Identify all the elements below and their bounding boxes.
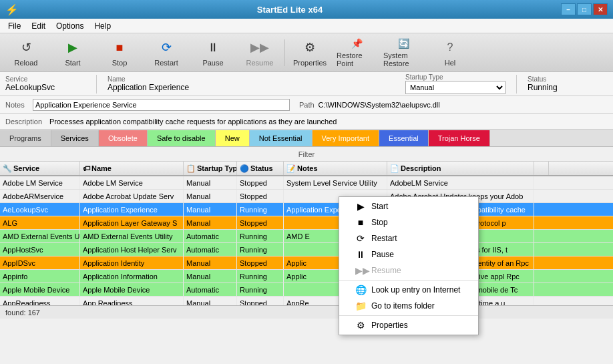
tab-safe[interactable]: Safe to disable bbox=[148, 130, 216, 146]
th-description[interactable]: 📄 Description bbox=[387, 162, 534, 175]
table-cell: Manual bbox=[184, 190, 237, 202]
ctx-start[interactable]: ▶ Start bbox=[339, 198, 478, 214]
restore-point-button[interactable]: 📌 Restore Point bbox=[333, 35, 380, 71]
app-icon: ⚡ bbox=[5, 3, 19, 16]
ctx-properties[interactable]: ⚙ Properties bbox=[339, 317, 478, 333]
menu-edit[interactable]: Edit bbox=[26, 20, 51, 32]
th-name[interactable]: 🏷 Name bbox=[80, 162, 184, 175]
tab-services[interactable]: Services bbox=[51, 130, 99, 146]
help-button[interactable]: ? Hel bbox=[427, 35, 473, 71]
service-col-icon: 🔧 bbox=[3, 164, 12, 173]
menu-help[interactable]: Help bbox=[89, 20, 116, 32]
ctx-lookup[interactable]: 🌐 Look up entry on Internet bbox=[339, 282, 478, 298]
th-extra bbox=[534, 162, 549, 175]
table-cell: Application Layer Gateway S bbox=[80, 216, 184, 229]
menu-file[interactable]: File bbox=[3, 20, 26, 32]
tab-programs[interactable]: Programs bbox=[0, 130, 51, 146]
table-cell: Stopped bbox=[237, 216, 284, 229]
table-cell: Manual bbox=[184, 216, 237, 229]
ctx-resume-icon: ▶▶ bbox=[355, 265, 366, 276]
notes-input[interactable] bbox=[33, 99, 290, 111]
table-cell: Manual bbox=[184, 256, 237, 269]
system-restore-button[interactable]: 🔄 System Restore bbox=[380, 35, 427, 71]
ctx-properties-label: Properties bbox=[371, 321, 408, 330]
ctx-resume[interactable]: ▶▶ Resume bbox=[339, 262, 478, 279]
table-row[interactable]: AdobeARMserviceAdobe Acrobat Update Serv… bbox=[0, 190, 613, 203]
th-startup[interactable]: 📋 Startup Type bbox=[184, 162, 237, 175]
table-cell: AppReadiness bbox=[0, 297, 80, 305]
menu-options[interactable]: Options bbox=[51, 20, 89, 32]
table-cell: Application Host Helper Serv bbox=[80, 243, 184, 256]
resume-button[interactable]: ▶▶ Resume bbox=[236, 35, 283, 71]
status-value: Running bbox=[528, 83, 608, 92]
restart-label: Restart bbox=[154, 59, 178, 67]
table-cell: AdobeLM Service bbox=[387, 176, 534, 189]
ctx-pause-label: Pause bbox=[371, 250, 394, 259]
tab-not-essential[interactable]: Not Essential bbox=[250, 130, 313, 146]
status-label: Status bbox=[528, 75, 608, 83]
filter-tabs: Programs Services Obsolete Safe to disab… bbox=[0, 130, 613, 147]
window-title: StartEd Lite x64 bbox=[19, 5, 561, 15]
table-cell: Adobe LM Service bbox=[0, 176, 80, 189]
tab-trojan[interactable]: Trojan Horse bbox=[429, 130, 490, 146]
table-cell: AeLookupSvc bbox=[0, 203, 80, 216]
maximize-button[interactable]: □ bbox=[577, 3, 592, 15]
service-info: Service AeLookupSvc bbox=[5, 75, 85, 92]
table-row[interactable]: Apple Mobile DeviceApple Mobile DeviceAu… bbox=[0, 283, 613, 297]
restart-button[interactable]: ⟳ Restart bbox=[143, 35, 190, 71]
ctx-lookup-label: Look up entry on Internet bbox=[371, 285, 460, 295]
properties-button[interactable]: ⚙ Properties bbox=[286, 35, 333, 71]
ctx-pause[interactable]: ⏸ Pause bbox=[339, 246, 478, 262]
table-row[interactable]: AeLookupSvcApplication ExperienceManualR… bbox=[0, 203, 613, 216]
table-row[interactable]: ALGApplication Layer Gateway SManualStop… bbox=[0, 216, 613, 230]
path-value: C:\WINDOWS\System32\aelupsvc.dll bbox=[319, 101, 440, 109]
ctx-pause-icon: ⏸ bbox=[355, 249, 366, 260]
startup-type-select[interactable]: Manual Automatic Disabled bbox=[405, 81, 505, 94]
ctx-properties-icon: ⚙ bbox=[355, 320, 366, 331]
tab-obsolete[interactable]: Obsolete bbox=[99, 130, 148, 146]
ctx-restart-icon: ⟳ bbox=[355, 233, 366, 244]
ctx-folder[interactable]: 📁 Go to items folder bbox=[339, 298, 478, 314]
pause-label: Pause bbox=[202, 59, 223, 67]
ctx-stop-label: Stop bbox=[371, 218, 388, 227]
ctx-restart[interactable]: ⟳ Restart bbox=[339, 230, 478, 246]
startup-col-icon: 📋 bbox=[186, 164, 196, 173]
pause-button[interactable]: ⏸ Pause bbox=[190, 35, 236, 71]
desc-col-label: Description bbox=[401, 164, 441, 172]
table-area: 🔧 Service 🏷 Name 📋 Startup Type 🔵 Status… bbox=[0, 162, 613, 305]
minimize-button[interactable]: – bbox=[561, 3, 576, 15]
stop-button[interactable]: ■ Stop bbox=[96, 35, 143, 71]
table-cell: Running bbox=[237, 230, 284, 242]
table-row[interactable]: AMD External Events UtiAMD External Even… bbox=[0, 230, 613, 243]
table-row[interactable]: AppHostSvcApplication Host Helper ServAu… bbox=[0, 243, 613, 256]
table-row[interactable]: AppinfoApplication InformationManualRunn… bbox=[0, 270, 613, 283]
th-service[interactable]: 🔧 Service bbox=[0, 162, 80, 175]
toolbar: ↺ Reload ▶ Start ■ Stop ⟳ Restart ⏸ Paus… bbox=[0, 33, 613, 72]
stop-label: Stop bbox=[112, 59, 128, 67]
restore-point-icon: 📌 bbox=[347, 38, 366, 49]
help-label: Hel bbox=[445, 59, 456, 67]
table-cell: Manual bbox=[184, 297, 237, 305]
ctx-stop[interactable]: ■ Stop bbox=[339, 214, 478, 230]
close-button[interactable]: ✕ bbox=[593, 3, 608, 15]
table-cell: Appinfo bbox=[0, 270, 80, 283]
service-label: Service bbox=[5, 75, 85, 83]
table-row[interactable]: Adobe LM ServiceAdobe LM ServiceManualSt… bbox=[0, 176, 613, 190]
tab-new[interactable]: New bbox=[216, 130, 250, 146]
reload-button[interactable]: ↺ Reload bbox=[3, 35, 49, 71]
ctx-resume-label: Resume bbox=[371, 266, 401, 275]
tab-very-important[interactable]: Very Important bbox=[313, 130, 380, 146]
table-row[interactable]: AppIDSvcApplication IdentityManualStoppe… bbox=[0, 256, 613, 270]
th-notes[interactable]: 📝 Notes bbox=[284, 162, 387, 175]
table-cell: Stopped bbox=[237, 297, 284, 305]
th-status[interactable]: 🔵 Status bbox=[237, 162, 284, 175]
table-row[interactable]: AppReadinessApp ReadinessManualStoppedAp… bbox=[0, 297, 613, 305]
table-cell: Running bbox=[237, 203, 284, 216]
ctx-sep-2 bbox=[339, 315, 478, 316]
tab-essential[interactable]: Essential bbox=[379, 130, 429, 146]
table-cell: Automatic bbox=[184, 283, 237, 296]
window-controls: – □ ✕ bbox=[561, 3, 608, 15]
filter-label: Filter bbox=[298, 150, 315, 158]
startup-type-label: Startup Type bbox=[405, 73, 505, 81]
start-button[interactable]: ▶ Start bbox=[49, 35, 96, 71]
